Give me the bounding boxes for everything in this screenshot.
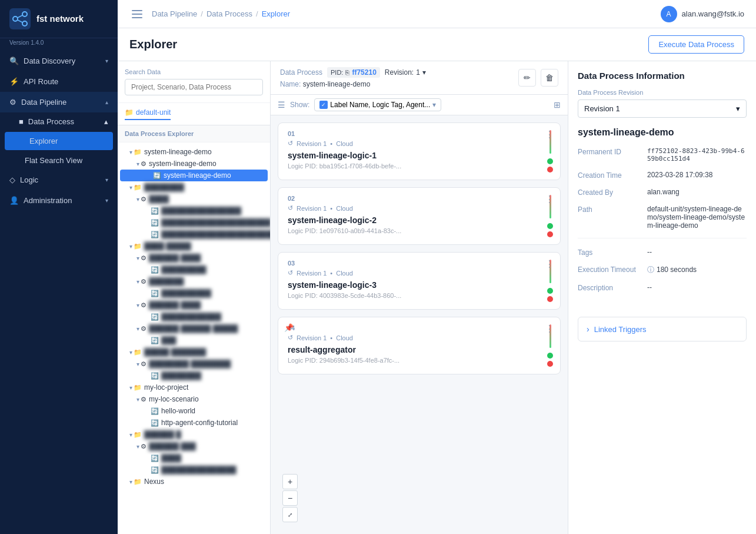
fit-screen-button[interactable]: ⤢	[282, 507, 298, 522]
chevron-up-icon-sub: ▴	[104, 117, 108, 126]
sidebar-sub-explorer[interactable]: Explorer	[5, 132, 113, 150]
tree-header: Data Process Explorer	[118, 125, 270, 142]
tree-item-my-loc-project[interactable]: ▾ 📁 my-loc-project	[118, 382, 270, 393]
tree-item-blurred-sc7[interactable]: ▾ ⚙ ██████ ███	[118, 440, 270, 452]
tree-item-blurred-dp5[interactable]: 🔄 ██████████	[118, 287, 270, 299]
revision-dropdown[interactable]: Revision 1 ▾	[578, 99, 747, 118]
card-more-button[interactable]: ⋮	[545, 129, 554, 140]
chevron-right-icon: ›	[587, 324, 590, 334]
tree-item-blurred-proj4[interactable]: ▾ 📁 ██████ █	[118, 429, 270, 440]
tree-item-system-lineage-demo-dp[interactable]: 🔄 system-lineage-demo	[120, 170, 268, 181]
red-dot	[547, 167, 553, 173]
process-name-row: Name: system-lineage-demo	[280, 80, 426, 88]
linked-triggers-section[interactable]: › Linked Triggers	[578, 317, 747, 341]
sidebar-item-data-pipeline[interactable]: ⚙ Data Pipeline ▴	[0, 92, 118, 112]
tree-item-system-lineage-demo-proj[interactable]: ▾ 📁 system-lineage-demo	[118, 146, 270, 158]
tree-item-hello-world[interactable]: 🔄 hello-world	[118, 405, 270, 417]
tree-item-label: my-loc-project	[144, 383, 188, 392]
tree-item-type-icon: 🔄	[151, 466, 159, 474]
card-revision: Revision 1	[297, 140, 327, 147]
zoom-out-button[interactable]: −	[282, 490, 298, 506]
execute-data-process-button[interactable]: Execute Data Process	[648, 35, 744, 54]
tree-item-type-icon: 📁	[134, 478, 142, 486]
tree-item-label: ███████████████	[161, 466, 237, 474]
logic-card-2[interactable]: 02 ↺ Revision 1 • Cloud system-lineage-l…	[278, 187, 561, 245]
card-num: 02	[288, 195, 542, 202]
administration-icon: 👤	[9, 196, 19, 205]
card-dot-sep: •	[330, 205, 332, 212]
tree-item-blurred-sc6[interactable]: ▾ ⚙ ████████ ████████	[118, 358, 270, 370]
card-more-button[interactable]: ⋮	[545, 194, 554, 205]
sidebar-item-api-route[interactable]: ⚡ API Route	[0, 71, 118, 92]
revision-section-label: Data Process Revision	[578, 89, 747, 96]
tree-item-http-agent-config[interactable]: 🔄 http-agent-config-tutorial	[118, 417, 270, 429]
entity-name: system-lineage-demo	[578, 127, 747, 138]
tree-item-blurred-dp10[interactable]: 🔄 ███████████████	[118, 464, 270, 476]
breadcrumb-data-pipeline[interactable]: Data Pipeline	[152, 9, 197, 18]
card-more-button[interactable]: ⋮	[545, 323, 554, 334]
tree-body: ▾ 📁 system-lineage-demo ▾ ⚙ system-linea…	[118, 142, 270, 534]
copy-icon[interactable]: ⎘	[345, 69, 349, 76]
tree-item-blurred-dp3[interactable]: 🔄 ██████████████████████████	[118, 228, 270, 240]
logic-card-1[interactable]: 01 ↺ Revision 1 • Cloud system-lineage-l…	[278, 122, 561, 180]
revision-icon: ↺	[288, 269, 293, 277]
hamburger-menu[interactable]	[129, 8, 145, 21]
logic-card-3[interactable]: 03 ↺ Revision 1 • Cloud system-lineage-l…	[278, 252, 561, 310]
default-unit-tab[interactable]: 📁 default-unit	[125, 108, 171, 120]
show-bar-list-icon[interactable]: ⊞	[554, 100, 561, 110]
show-select-dropdown[interactable]: ✓ Label Name, Logic Tag, Agent... ▾	[314, 98, 441, 111]
logic-card-4[interactable]: 04 ↺ Revision 1 • Cloud result-aggregato…	[278, 317, 561, 374]
card-dot-sep: •	[330, 334, 332, 341]
sidebar-label-data-pipeline: Data Pipeline	[21, 98, 66, 107]
tree-item-blurred-dp8[interactable]: 🔄 ████████	[118, 370, 270, 382]
tree-item-blurred-dp6[interactable]: 🔄 ████████████	[118, 311, 270, 323]
tree-item-type-icon: ⚙	[141, 278, 146, 286]
topbar-user[interactable]: A alan.wang@fstk.io	[661, 6, 744, 22]
card-pid: Logic PID: 1e097610-a0b9-441a-83c-...	[288, 227, 542, 234]
tree-item-blurred-dp1[interactable]: 🔄 ████████████████	[118, 205, 270, 217]
tree-toggle-icon: ▾	[136, 161, 139, 167]
canvas-controls: + − ⤢	[282, 474, 298, 522]
delete-button[interactable]: 🗑	[541, 69, 558, 87]
tree-item-type-icon: 📁	[134, 431, 142, 439]
tree-item-blurred-proj2[interactable]: ▾ 📁 ████ █████	[118, 240, 270, 252]
tree-item-blurred-dp9[interactable]: 🔄 ████	[118, 452, 270, 464]
red-dot	[547, 296, 553, 302]
zoom-in-button[interactable]: +	[282, 474, 298, 489]
tree-item-type-icon: ⚙	[141, 396, 146, 403]
tree-item-blurred-sc4[interactable]: ▾ ⚙ ██████ ████	[118, 299, 270, 311]
tree-item-nexus[interactable]: ▾ 📁 Nexus	[118, 476, 270, 487]
tree-item-my-loc-scenario[interactable]: ▾ ⚙ my-loc-scenario	[118, 393, 270, 405]
info-section: Data Process Information Data Process Re…	[568, 61, 756, 310]
tree-item-system-lineage-demo-sc[interactable]: ▾ ⚙ system-lineage-demo	[118, 158, 270, 170]
sidebar-item-logic[interactable]: ◇ Logic ▾	[0, 170, 118, 190]
search-input[interactable]	[125, 79, 263, 95]
tree-item-blurred-dp2[interactable]: 🔄 ██████████████████████	[118, 217, 270, 228]
card-more-button[interactable]: ⋮	[545, 258, 554, 270]
tree-item-type-icon: 🔄	[151, 372, 159, 380]
sidebar-sub-flat-search[interactable]: Flat Search View	[0, 151, 118, 170]
tree-item-blurred-dp7[interactable]: 🔄 ███	[118, 334, 270, 346]
tree-item-label: ████████████████	[161, 207, 241, 215]
sidebar-item-data-discovery[interactable]: 🔍 Data Discovery ▾	[0, 51, 118, 71]
tree-item-blurred-sc1[interactable]: ▾ ⚙ ████	[118, 193, 270, 205]
tree-item-blurred-proj1[interactable]: ▾ 📁 ████████	[118, 181, 270, 193]
sidebar-sub-label-explorer: Explorer	[29, 137, 58, 145]
tree-item-blurred-sc5[interactable]: ▾ ⚙ ██████ ██████ █████	[118, 323, 270, 334]
sidebar-item-administration[interactable]: 👤 Administration ▾	[0, 190, 118, 211]
revision-select[interactable]: Revision: 1 ▾	[385, 68, 426, 77]
card-dot-sep: •	[330, 140, 332, 147]
tree-toggle-icon: ▾	[129, 349, 132, 356]
tree-item-blurred-sc3[interactable]: ▾ ⚙ ███████	[118, 276, 270, 287]
edit-button[interactable]: ✏	[518, 69, 536, 87]
chevron-up-icon: ▴	[105, 99, 108, 105]
revision-dropdown-value: Revision 1	[584, 104, 620, 113]
tree-item-blurred-sc2[interactable]: ▾ ⚙ ██████ ████	[118, 252, 270, 264]
sidebar-sub-data-process[interactable]: ■ Data Process ▴	[0, 112, 118, 131]
breadcrumb-data-process[interactable]: Data Process	[207, 9, 252, 18]
red-dot	[547, 361, 553, 367]
tree-item-label: http-agent-config-tutorial	[161, 419, 238, 427]
tree-item-blurred-proj3[interactable]: ▾ 📁 █████ ███████	[118, 346, 270, 358]
name-value: system-lineage-demo	[303, 80, 371, 88]
tree-item-blurred-dp4[interactable]: 🔄 █████████	[118, 264, 270, 276]
